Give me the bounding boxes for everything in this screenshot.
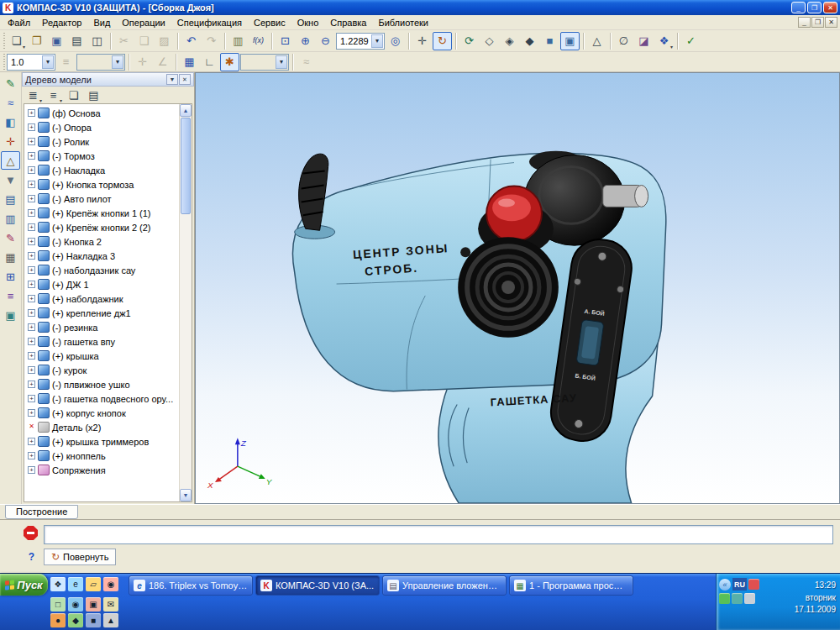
expander-icon[interactable]: [28, 123, 35, 131]
menu-item[interactable]: Сервис: [248, 16, 291, 29]
expander-icon[interactable]: [28, 338, 35, 345]
copy-button[interactable]: ❑ ▾: [134, 32, 154, 50]
tree-item[interactable]: (-) Кнопка 2: [28, 234, 107, 249]
tab-povernut[interactable]: Повернуть: [44, 549, 116, 565]
check-document-button[interactable]: ✓ ▾: [681, 32, 701, 50]
separator[interactable]: ▾: [580, 32, 586, 50]
expander-icon[interactable]: [28, 281, 35, 288]
volume-tray-icon[interactable]: [744, 593, 755, 604]
tree-item[interactable]: (+) крепление дж1: [28, 306, 136, 320]
tree-item[interactable]: (-) Ролик: [28, 134, 94, 149]
show-desktop-icon[interactable]: ❖: [50, 577, 66, 591]
expander-icon[interactable]: [28, 252, 35, 260]
variables-button[interactable]: f(x) ▾: [249, 32, 268, 50]
zoom-area-button[interactable]: ⊡ ▾: [276, 32, 295, 50]
tree-item[interactable]: (+) крышка: [28, 349, 104, 363]
layers-combo[interactable]: ▾: [76, 54, 125, 71]
folder-icon[interactable]: ▱: [86, 577, 101, 591]
scroll-down-button[interactable]: [180, 489, 192, 501]
menu-item[interactable]: Редактор: [36, 16, 87, 29]
zoom-in-button[interactable]: ⊕ ▾: [296, 32, 315, 50]
tree-item[interactable]: (-) гашетка подвесного ору...: [28, 391, 178, 406]
open-document-button[interactable]: ❐ ▾: [27, 32, 46, 50]
zoom-combo[interactable]: 1.2289 ▾: [336, 33, 385, 50]
decoration-elements-button[interactable]: ✎: [1, 228, 20, 247]
redo-button[interactable]: ↷ ▾: [202, 32, 221, 50]
update-tray-icon[interactable]: [732, 593, 743, 604]
snap-settings-button[interactable]: ✱ ▾: [220, 53, 239, 71]
expander-icon[interactable]: [28, 238, 35, 245]
cut-button[interactable]: ✂ ▾: [114, 32, 134, 50]
tree-item[interactable]: (-) Авто пилот: [28, 192, 117, 206]
expander-icon[interactable]: [28, 381, 35, 388]
menu-item[interactable]: Окно: [291, 16, 325, 29]
separator[interactable]: ▾: [173, 53, 179, 71]
expander-icon[interactable]: [28, 195, 35, 202]
tree-item[interactable]: (-) курок: [28, 363, 92, 377]
layers-button[interactable]: ≡ ▾: [56, 53, 76, 71]
quick-launch-icon[interactable]: ▲: [103, 613, 118, 627]
taskbar-task-button[interactable]: Управление вложениям...: [382, 575, 507, 596]
tree-item[interactable]: (+) Накладка 3: [28, 249, 120, 263]
toolbar-drag-handle[interactable]: ▾: [2, 32, 6, 50]
mdi-minimize-button[interactable]: _: [798, 17, 811, 28]
expander-icon[interactable]: [28, 181, 35, 188]
help-icon[interactable]: [25, 551, 38, 564]
tree-item[interactable]: (-) плвижное ушко: [28, 377, 135, 391]
hidden-lines-thin-button[interactable]: ◆ ▾: [520, 32, 539, 50]
tree-item[interactable]: (-) Опора: [28, 120, 97, 134]
measure-3d-button[interactable]: △: [1, 151, 20, 170]
separator[interactable]: ▾: [406, 32, 412, 50]
tree-scrollbar[interactable]: [179, 104, 192, 501]
tree-structure-button[interactable]: ≣ ▾: [24, 86, 43, 104]
separator[interactable]: ▾: [607, 32, 613, 50]
wireframe-button[interactable]: ◇ ▾: [480, 32, 499, 50]
menu-item[interactable]: Операции: [116, 16, 171, 29]
library-panel-button[interactable]: ▣: [1, 306, 20, 324]
specification-button[interactable]: ▤: [1, 190, 20, 208]
quick-launch-icon[interactable]: ✉: [103, 597, 118, 612]
quick-launch-icon[interactable]: ▣: [86, 597, 101, 612]
step-combo[interactable]: ▾: [240, 54, 289, 71]
expander-icon[interactable]: [28, 266, 35, 274]
expander-icon[interactable]: [28, 352, 35, 360]
taskbar-task-button[interactable]: КОМПАС-3D V10 (ЗА...: [255, 575, 380, 596]
tree-item[interactable]: (-) резинка: [28, 320, 102, 334]
menu-item[interactable]: Спецификация: [171, 16, 248, 29]
tree-item[interactable]: (-) Тормоз: [28, 149, 100, 163]
rotate-model-button[interactable]: ↻ ▾: [433, 32, 452, 50]
expander-icon[interactable]: [28, 295, 35, 302]
hidden-lines-button[interactable]: ◈ ▾: [500, 32, 519, 50]
zoom-all-button[interactable]: ◎ ▾: [386, 32, 405, 50]
tree-item[interactable]: (-) наболдазник сау: [28, 263, 140, 277]
tree-item[interactable]: (+) Кнопка тормоза: [28, 177, 139, 192]
separator[interactable]: ▾: [222, 32, 228, 50]
tree-item[interactable]: (+) наболдажник: [28, 291, 129, 306]
maximize-button[interactable]: ❐: [807, 2, 822, 13]
expander-icon[interactable]: [28, 409, 35, 417]
print-preview-button[interactable]: ◫ ▾: [87, 32, 107, 50]
toolbar-drag-handle[interactable]: ▾: [2, 53, 6, 71]
taskbar-task-button[interactable]: 186. Triplex vs Tomoyas...: [129, 575, 253, 596]
scroll-track[interactable]: [180, 215, 192, 489]
perspective-button[interactable]: △ ▾: [587, 32, 606, 50]
antivirus-tray-icon[interactable]: [719, 593, 730, 604]
reports-button[interactable]: ▥: [1, 209, 20, 228]
scroll-thumb[interactable]: [181, 118, 191, 214]
surfaces-button[interactable]: ◧: [1, 113, 20, 131]
message-field[interactable]: [44, 525, 833, 544]
tree-item[interactable]: (+) Крепёж кнопки 1 (1): [28, 206, 156, 220]
taskbar-task-button[interactable]: 1 - Программа просмотр...: [509, 575, 633, 596]
scroll-up-button[interactable]: [180, 104, 192, 117]
hide-objects-button[interactable]: ∅ ▾: [614, 32, 633, 50]
mates-panel-button[interactable]: ≡: [1, 286, 20, 305]
expander-icon[interactable]: [28, 309, 35, 317]
separator[interactable]: ▾: [269, 32, 275, 50]
tree-panel-titlebar[interactable]: Дерево модели ▼✕: [22, 72, 194, 87]
shaded-button[interactable]: ■ ▾: [540, 32, 559, 50]
quick-launch-icon[interactable]: ◉: [68, 597, 83, 612]
expander-icon[interactable]: [28, 223, 35, 231]
new-document-button[interactable]: ❏ ▾: [7, 32, 26, 50]
quick-launch-icon[interactable]: □: [50, 597, 66, 612]
ortho-drawing-button[interactable]: ∟ ▾: [200, 53, 219, 71]
